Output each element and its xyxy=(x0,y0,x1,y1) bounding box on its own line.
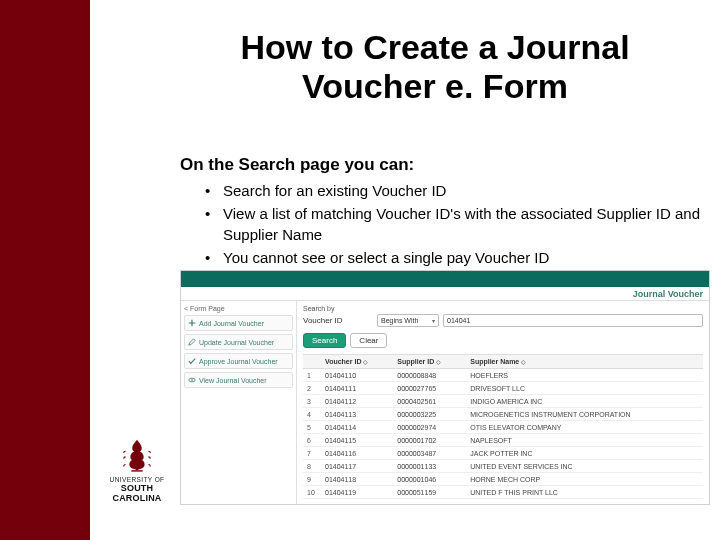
slide: How to Create a Journal Voucher e. Form … xyxy=(0,0,720,540)
slide-subtitle: On the Search page you can: xyxy=(180,155,414,175)
clear-button-label: Clear xyxy=(359,336,378,345)
left-panel: < Form Page Add Journal Voucher Update J… xyxy=(181,301,297,504)
table-row[interactable]: 10014041190000051159UNITED F THIS PRINT … xyxy=(303,486,703,499)
svg-rect-3 xyxy=(131,470,142,471)
nav-label: Add Journal Voucher xyxy=(199,320,264,327)
app-body: < Form Page Add Journal Voucher Update J… xyxy=(181,301,709,504)
bullet-item: View a list of matching Voucher ID's wit… xyxy=(205,203,720,245)
voucher-id-input[interactable]: 014041 xyxy=(443,314,703,327)
logo-university-of: UNIVERSITY OF xyxy=(98,476,176,483)
svg-rect-2 xyxy=(136,466,139,470)
sort-icon: ◇ xyxy=(521,359,526,365)
button-row: Search Clear xyxy=(303,333,703,348)
col-supplier-id[interactable]: Supplier ID ◇ xyxy=(393,355,466,369)
search-button[interactable]: Search xyxy=(303,333,346,348)
operator-value: Begins With xyxy=(381,317,418,324)
eye-icon xyxy=(188,376,196,384)
check-icon xyxy=(188,357,196,365)
logo-text: UNIVERSITY OF SOUTH CAROLINA xyxy=(98,476,176,503)
table-body: 1014041100000008848HOEFLERS 201404111000… xyxy=(303,369,703,499)
search-by-label: Search by xyxy=(303,305,703,312)
search-row: Voucher ID Begins With ▾ 014041 xyxy=(303,314,703,327)
voucher-id-value: 014041 xyxy=(447,317,470,324)
col-rownum xyxy=(303,355,321,369)
table-row[interactable]: 9014041180000001046HORNE MECH CORP xyxy=(303,473,703,486)
app-screenshot: Journal Voucher < Form Page Add Journal … xyxy=(180,270,710,505)
nav-update-journal-voucher[interactable]: Update Journal Voucher xyxy=(184,334,293,350)
table-row[interactable]: 3014041120000402561INDIGO AMERICA INC xyxy=(303,395,703,408)
pencil-icon xyxy=(188,338,196,346)
clear-button[interactable]: Clear xyxy=(350,333,387,348)
sort-icon: ◇ xyxy=(436,359,441,365)
results-table: Voucher ID ◇ Supplier ID ◇ Supplier Name… xyxy=(303,354,703,499)
col-voucher-id[interactable]: Voucher ID ◇ xyxy=(321,355,393,369)
bullet-item: Search for an existing Voucher ID xyxy=(205,180,720,201)
logo-south-carolina: SOUTH CAROLINA xyxy=(98,483,176,503)
bullet-item: You cannot see or select a single pay Vo… xyxy=(205,247,720,268)
nav-add-journal-voucher[interactable]: Add Journal Voucher xyxy=(184,315,293,331)
table-row[interactable]: 1014041100000008848HOEFLERS xyxy=(303,369,703,382)
tree-icon xyxy=(117,435,157,475)
usc-logo: UNIVERSITY OF SOUTH CAROLINA xyxy=(98,435,176,503)
nav-label: Approve Journal Voucher xyxy=(199,358,278,365)
nav-label: View Journal Voucher xyxy=(199,377,267,384)
slide-title: How to Create a Journal Voucher e. Form xyxy=(170,28,700,106)
table-row[interactable]: 5014041140000002974OTIS ELEVATOR COMPANY xyxy=(303,421,703,434)
table-row[interactable]: 8014041170000001133UNITED EVENT SERVICES… xyxy=(303,460,703,473)
app-topbar xyxy=(181,271,709,287)
sort-icon: ◇ xyxy=(363,359,368,365)
search-button-label: Search xyxy=(312,336,337,345)
nav-view-journal-voucher[interactable]: View Journal Voucher xyxy=(184,372,293,388)
table-row[interactable]: 7014041160000003487JACK POTTER INC xyxy=(303,447,703,460)
table-row[interactable]: 6014041150000001702NAPLESOFT xyxy=(303,434,703,447)
chevron-down-icon: ▾ xyxy=(432,317,435,324)
app-header: Journal Voucher xyxy=(181,287,709,301)
maroon-sidebar xyxy=(0,0,90,540)
bullet-list: Search for an existing Voucher ID View a… xyxy=(205,180,720,270)
nav-label: Update Journal Voucher xyxy=(199,339,274,346)
table-header-row: Voucher ID ◇ Supplier ID ◇ Supplier Name… xyxy=(303,355,703,369)
nav-approve-journal-voucher[interactable]: Approve Journal Voucher xyxy=(184,353,293,369)
voucher-id-label: Voucher ID xyxy=(303,316,373,325)
search-panel: Search by Voucher ID Begins With ▾ 01404… xyxy=(297,301,709,504)
col-supplier-name[interactable]: Supplier Name ◇ xyxy=(466,355,703,369)
left-panel-back[interactable]: < Form Page xyxy=(184,305,293,312)
app-header-title: Journal Voucher xyxy=(633,289,703,299)
svg-point-1 xyxy=(191,379,193,381)
table-row[interactable]: 4014041130000003225MICROGENETICS INSTRUM… xyxy=(303,408,703,421)
operator-select[interactable]: Begins With ▾ xyxy=(377,314,439,327)
plus-icon xyxy=(188,319,196,327)
table-row[interactable]: 2014041110000027765DRIVESOFT LLC xyxy=(303,382,703,395)
